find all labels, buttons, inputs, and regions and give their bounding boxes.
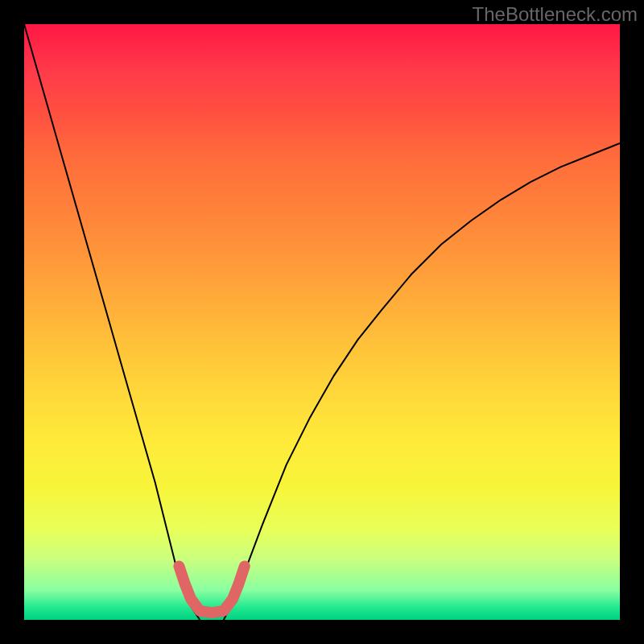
plot-area xyxy=(24,24,620,620)
curve-right xyxy=(224,143,620,620)
curve-layer xyxy=(24,24,620,620)
curve-left xyxy=(24,24,200,620)
chart-container: TheBottleneck.com xyxy=(0,0,644,644)
bottleneck-highlight xyxy=(179,566,244,613)
watermark-text: TheBottleneck.com xyxy=(473,3,638,26)
